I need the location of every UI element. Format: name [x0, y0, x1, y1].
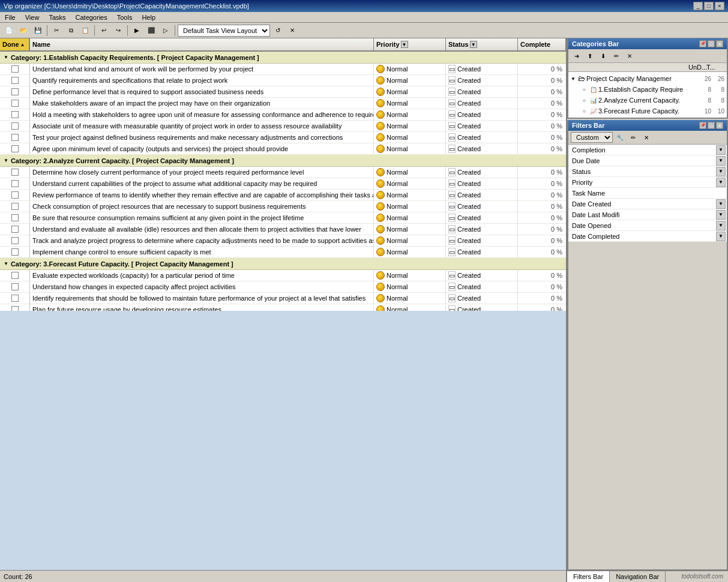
col-name[interactable]: Name [30, 38, 374, 50]
col-complete[interactable]: Complete [518, 38, 566, 50]
checkbox-0-7[interactable] [11, 145, 19, 152]
task-row-2-3[interactable]: Plan for future resource usage by develo… [0, 304, 566, 311]
task-done-0-3[interactable] [0, 98, 30, 109]
filter-dropdown-1[interactable]: ▼ [716, 156, 726, 166]
category-triangle-2[interactable]: ▼ [4, 261, 8, 266]
categories-panel-buttons[interactable]: 📌 □ × [699, 40, 723, 47]
toolbar-close-view[interactable]: ✕ [286, 24, 299, 37]
col-status[interactable]: Status ▼ [446, 38, 518, 50]
tab-navigation-bar[interactable]: Navigation Bar [610, 571, 666, 582]
menu-view[interactable]: View [23, 13, 42, 22]
menu-tools[interactable]: Tools [115, 13, 135, 22]
task-row-0-3[interactable]: Make stakeholders aware of an impact the… [0, 98, 566, 109]
task-row-0-5[interactable]: Associate unit of measure with measurabl… [0, 121, 566, 132]
toolbar-open[interactable]: 📂 [17, 24, 30, 37]
cat-tool-1[interactable]: ➜ [571, 50, 583, 61]
task-row-1-3[interactable]: Check consumption of project resources t… [0, 201, 566, 212]
filter-row-2[interactable]: Status ▼ [568, 166, 727, 177]
cat-child-1[interactable]: ○ 📋 1.Establish Capacity Require 8 8 [580, 84, 727, 95]
task-row-0-1[interactable]: Quantify requirements and specifications… [0, 75, 566, 86]
minimize-button[interactable]: _ [693, 2, 703, 10]
filters-panel-buttons[interactable]: 📌 □ × [699, 122, 723, 129]
task-done-0-5[interactable] [0, 121, 30, 131]
checkbox-2-2[interactable] [11, 295, 19, 302]
toolbar-copy[interactable]: ⧉ [64, 24, 77, 37]
category-triangle-1[interactable]: ▼ [4, 158, 8, 163]
toolbar-paste[interactable]: 📋 [79, 24, 92, 37]
filter-edit-2[interactable]: ✏ [627, 132, 639, 143]
toolbar-save[interactable]: 💾 [31, 24, 44, 37]
task-row-1-7[interactable]: Implement change control to ensure suffi… [0, 247, 566, 258]
task-done-0-6[interactable] [0, 132, 30, 143]
filt-pin-button[interactable]: 📌 [699, 122, 706, 129]
task-done-1-0[interactable] [0, 167, 30, 178]
task-row-1-1[interactable]: Understand current capabilities of the p… [0, 178, 566, 190]
filter-row-1[interactable]: Due Date ▼ [568, 155, 727, 166]
category-row-1[interactable]: ▼Category: 2.Analyze Current Capacity. [… [0, 155, 566, 167]
task-row-1-2[interactable]: Review performance of teams to identify … [0, 190, 566, 201]
filter-row-7[interactable]: Date Opened ▼ [568, 220, 727, 231]
task-done-0-1[interactable] [0, 75, 30, 86]
filter-dropdown-5[interactable]: ▼ [716, 199, 726, 209]
task-row-0-2[interactable]: Define performance level that is require… [0, 86, 566, 98]
tab-filters-bar[interactable]: Filters Bar [567, 571, 610, 582]
task-done-1-2[interactable] [0, 190, 30, 200]
maximize-button[interactable]: □ [704, 2, 714, 10]
task-done-1-5[interactable] [0, 224, 30, 235]
priority-filter-button[interactable]: ▼ [401, 41, 408, 48]
col-done[interactable]: Done ▲ [0, 38, 30, 50]
task-row-0-0[interactable]: Understand what kind and amount of work … [0, 64, 566, 75]
checkbox-2-3[interactable] [11, 306, 19, 311]
checkbox-0-2[interactable] [11, 88, 19, 95]
category-triangle-0[interactable]: ▼ [4, 55, 8, 60]
filter-delete[interactable]: ✕ [640, 132, 652, 143]
task-row-1-5[interactable]: Understand and evaluate all available (i… [0, 224, 566, 235]
menu-categories[interactable]: Categories [73, 13, 110, 22]
col-priority[interactable]: Priority ▼ [374, 38, 446, 50]
filter-dropdown-8[interactable]: ▼ [716, 232, 726, 241]
menu-file[interactable]: File [2, 13, 18, 22]
toolbar-btn-c[interactable]: ▷ [159, 24, 172, 37]
cat-close-button[interactable]: × [716, 40, 723, 47]
checkbox-2-0[interactable] [11, 272, 19, 279]
task-done-2-2[interactable] [0, 293, 30, 304]
status-filter-button[interactable]: ▼ [470, 41, 477, 48]
task-done-0-4[interactable] [0, 109, 30, 120]
category-row-0[interactable]: ▼Category: 1.Establish Capacity Requirem… [0, 52, 566, 64]
menu-tasks[interactable]: Tasks [46, 13, 68, 22]
cat-tool-3[interactable]: ⬇ [597, 50, 609, 61]
toolbar-new[interactable]: 📄 [2, 24, 16, 37]
cat-child-2[interactable]: ○ 📊 2.Analyze Current Capacity. 8 8 [580, 95, 727, 106]
toolbar-undo[interactable]: ↩ [97, 24, 110, 37]
task-row-0-7[interactable]: Agree upon minimum level of capacity (ou… [0, 143, 566, 155]
checkbox-1-1[interactable] [11, 180, 19, 187]
checkbox-2-1[interactable] [11, 283, 19, 290]
filter-row-4[interactable]: Task Name [568, 188, 727, 199]
checkbox-1-3[interactable] [11, 203, 19, 210]
checkbox-0-1[interactable] [11, 77, 19, 84]
task-row-2-1[interactable]: Understand how changes in expected capac… [0, 281, 566, 293]
task-done-1-7[interactable] [0, 247, 30, 257]
checkbox-1-4[interactable] [11, 214, 19, 221]
filter-dropdown-2[interactable]: ▼ [716, 167, 726, 176]
checkbox-1-7[interactable] [11, 248, 19, 256]
close-button[interactable]: × [715, 2, 724, 10]
cat-root-item[interactable]: ▼ 🗁 Project Capacity Managemer 26 26 [568, 73, 727, 84]
filter-preset-selector[interactable]: Custom [571, 132, 613, 143]
task-done-2-3[interactable] [0, 304, 30, 311]
checkbox-0-5[interactable] [11, 122, 19, 130]
checkbox-1-0[interactable] [11, 169, 19, 176]
task-row-0-4[interactable]: Hold a meeting with stakeholders to agre… [0, 109, 566, 121]
task-row-1-6[interactable]: Track and analyze project progress to de… [0, 235, 566, 247]
filter-dropdown-0[interactable]: ▼ [716, 145, 726, 155]
task-done-0-7[interactable] [0, 143, 30, 154]
filter-edit-1[interactable]: 🔧 [614, 132, 626, 143]
task-row-2-2[interactable]: Identify requirements that should be fol… [0, 293, 566, 304]
task-done-1-1[interactable] [0, 178, 30, 189]
checkbox-1-5[interactable] [11, 226, 19, 233]
cat-float-button[interactable]: □ [708, 40, 715, 47]
checkbox-1-6[interactable] [11, 237, 19, 244]
task-row-2-0[interactable]: Evaluate expected workloads (capacity) f… [0, 270, 566, 281]
toolbar-refresh[interactable]: ↺ [271, 24, 284, 37]
filter-row-8[interactable]: Date Completed ▼ [568, 231, 727, 242]
